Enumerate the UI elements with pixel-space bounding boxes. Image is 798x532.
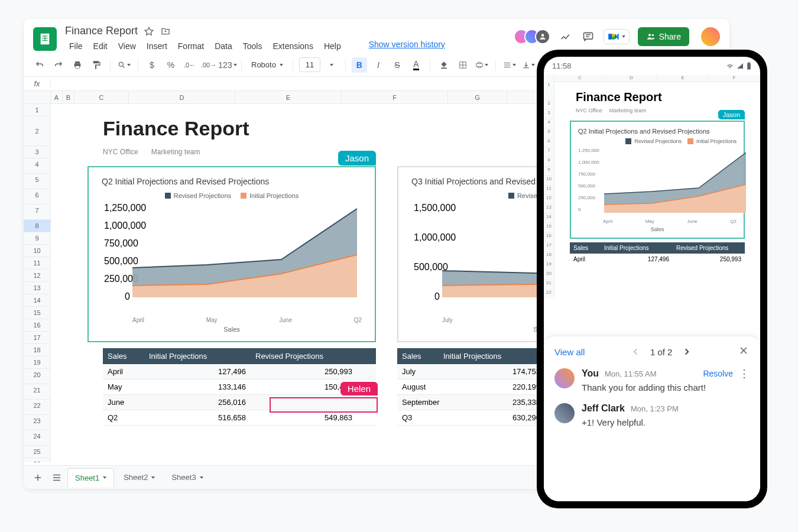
meet-button[interactable] xyxy=(604,29,630,44)
star-icon[interactable] xyxy=(144,26,154,37)
table-header[interactable]: Revised Projections xyxy=(251,348,357,364)
row-header[interactable]: 25 xyxy=(24,446,50,458)
table-row[interactable]: April127,496250,993 xyxy=(103,364,376,379)
col-header[interactable]: B xyxy=(63,91,74,103)
col-header[interactable]: F xyxy=(342,91,448,103)
valign-button[interactable] xyxy=(521,57,536,73)
close-icon[interactable] xyxy=(738,345,750,359)
share-button[interactable]: Share xyxy=(638,27,689,46)
tab-sheet2[interactable]: Sheet2 xyxy=(116,468,162,486)
col-header[interactable]: C xyxy=(74,91,129,103)
font-dropdown[interactable]: Roboto xyxy=(248,58,287,72)
row-header[interactable]: 19 xyxy=(24,356,50,369)
row-header[interactable]: 14 xyxy=(24,294,50,307)
merge-button[interactable] xyxy=(474,57,489,73)
col-header[interactable]: A xyxy=(51,91,63,103)
row-header[interactable]: 8 xyxy=(24,220,50,232)
number-format-dropdown[interactable]: 123 xyxy=(220,57,235,73)
all-sheets-icon[interactable] xyxy=(48,469,65,486)
add-sheet-icon[interactable] xyxy=(30,469,46,486)
menu-extensions[interactable]: Extensions xyxy=(268,40,317,53)
next-comment-icon[interactable] xyxy=(680,345,693,358)
menu-help[interactable]: Help xyxy=(320,40,345,53)
halign-button[interactable] xyxy=(502,57,517,73)
more-icon[interactable]: ⋮ xyxy=(739,368,750,379)
row-header[interactable]: 22 xyxy=(24,400,50,415)
row-header[interactable]: 13 xyxy=(24,282,50,294)
row-header[interactable]: 7 xyxy=(24,205,50,220)
table-header[interactable]: Sales xyxy=(103,348,144,364)
tab-sheet3[interactable]: Sheet3 xyxy=(164,468,210,486)
row-header[interactable]: 2 xyxy=(24,116,50,146)
row-header[interactable]: 20 xyxy=(24,369,50,384)
presence-avatars[interactable] xyxy=(514,29,550,44)
row-header[interactable]: 23 xyxy=(24,415,50,430)
col-header[interactable]: E xyxy=(235,91,342,103)
zoom-dropdown[interactable] xyxy=(116,57,132,73)
move-icon[interactable] xyxy=(160,26,171,37)
row-header[interactable]: 21 xyxy=(24,384,50,400)
table-header[interactable]: Initial Projections xyxy=(144,348,251,364)
print-icon[interactable] xyxy=(70,57,85,73)
fill-color-button[interactable] xyxy=(436,57,452,73)
strikethrough-button[interactable]: S xyxy=(390,57,405,73)
inc-decimal-icon[interactable]: .00→ xyxy=(201,57,216,73)
undo-icon[interactable] xyxy=(32,57,47,73)
row-header[interactable]: 9 xyxy=(24,232,50,245)
phone-title: Finance Report xyxy=(554,82,760,106)
row-header[interactable]: 16 xyxy=(24,319,50,332)
row-header[interactable]: 24 xyxy=(24,430,50,446)
menu-view[interactable]: View xyxy=(114,40,140,53)
phone-chart[interactable]: Jason Q2 Initial Projections and Revised… xyxy=(570,121,745,239)
col-header[interactable]: G xyxy=(448,91,507,103)
row-header[interactable]: 4 xyxy=(24,158,50,174)
presence-anonymous-icon[interactable] xyxy=(535,29,550,44)
bold-button[interactable]: B xyxy=(352,57,367,73)
view-all-link[interactable]: View all xyxy=(554,347,585,357)
row-header[interactable]: 3 xyxy=(24,146,50,158)
menu-insert[interactable]: Insert xyxy=(142,40,171,53)
menu-file[interactable]: File xyxy=(65,40,87,53)
row-header[interactable]: 10 xyxy=(24,245,50,257)
row-header[interactable]: 18 xyxy=(24,344,50,356)
col-header[interactable]: D xyxy=(129,91,235,103)
menu-data[interactable]: Data xyxy=(210,40,236,53)
table-row[interactable]: May133,146150,464 xyxy=(103,379,376,395)
text-color-button[interactable]: A xyxy=(408,57,424,73)
menu-edit[interactable]: Edit xyxy=(89,40,112,53)
row-header[interactable]: 6 xyxy=(24,189,50,205)
doc-title[interactable]: Finance Report xyxy=(65,25,138,37)
meet-icon xyxy=(608,32,619,41)
currency-icon[interactable]: $ xyxy=(144,57,160,73)
resolve-button[interactable]: Resolve xyxy=(703,369,733,378)
comments-icon[interactable] xyxy=(581,30,595,44)
table-header[interactable]: Initial Projections xyxy=(439,348,545,364)
borders-button[interactable] xyxy=(455,57,471,73)
profile-avatar[interactable] xyxy=(701,27,720,46)
battery-icon xyxy=(746,62,752,70)
row-header[interactable]: 15 xyxy=(24,307,50,319)
paint-format-icon[interactable] xyxy=(89,57,104,73)
row-header[interactable]: 5 xyxy=(24,174,50,189)
row-header[interactable]: 11 xyxy=(24,257,50,270)
prev-comment-icon[interactable] xyxy=(629,345,642,358)
svg-rect-20 xyxy=(747,63,751,69)
menu-format[interactable]: Format xyxy=(174,40,208,53)
size-caret-icon[interactable] xyxy=(324,57,339,73)
version-history-link[interactable]: Show version history xyxy=(369,37,445,53)
font-size-input[interactable]: 11 xyxy=(299,57,320,72)
row-header[interactable]: 26 xyxy=(24,458,50,462)
tab-sheet1[interactable]: Sheet1 xyxy=(67,468,114,487)
table-header[interactable]: Sales xyxy=(397,348,439,364)
italic-button[interactable]: I xyxy=(371,57,386,73)
row-header[interactable]: 17 xyxy=(24,332,50,344)
menu-tools[interactable]: Tools xyxy=(239,40,267,53)
redo-icon[interactable] xyxy=(51,57,66,73)
timeline-icon[interactable] xyxy=(559,30,573,44)
row-header[interactable]: 12 xyxy=(24,270,50,282)
percent-icon[interactable]: % xyxy=(163,57,179,73)
row-header[interactable]: 1 xyxy=(24,104,50,116)
svg-point-12 xyxy=(119,62,123,66)
q2-chart[interactable]: Jason Q2 Initial Projections and Revised… xyxy=(87,166,376,342)
dec-decimal-icon[interactable]: .0← xyxy=(182,57,197,73)
